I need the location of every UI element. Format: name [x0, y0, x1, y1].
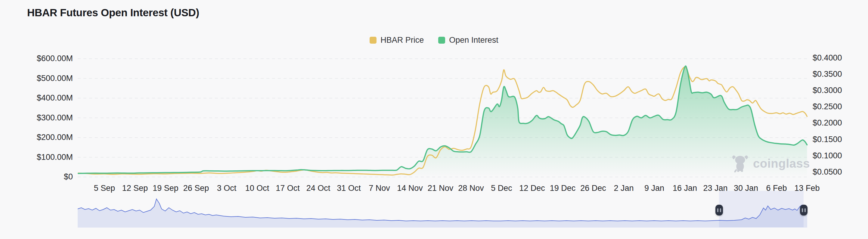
x-axis-tick: 24 Oct	[306, 184, 331, 193]
x-axis-tick: 5 Sep	[94, 184, 115, 193]
x-axis-tick: 2 Jan	[614, 184, 633, 193]
left-axis-tick: $500.00M	[37, 74, 73, 83]
right-axis-tick: $0.4000	[813, 53, 842, 63]
navigator-chart[interactable]	[78, 197, 807, 228]
right-axis-tick: $0.0500	[813, 167, 842, 177]
x-axis-tick: 26 Dec	[580, 184, 606, 193]
x-axis-tick: 17 Oct	[276, 184, 300, 193]
chart-legend: HBAR PriceOpen Interest	[0, 35, 868, 45]
right-axis-tick: $0.3500	[813, 69, 842, 79]
legend-item-open-interest[interactable]: Open Interest	[438, 35, 498, 45]
x-axis-tick: 7 Nov	[369, 184, 390, 193]
x-axis-tick: 16 Jan	[673, 184, 697, 193]
x-axis-tick: 3 Oct	[217, 184, 237, 193]
right-axis-price: $0.4000$0.3500$0.3000$0.2500$0.2000$0.15…	[813, 0, 868, 187]
x-axis-tick: 14 Nov	[397, 184, 423, 193]
navigator-right-handle[interactable]	[800, 205, 807, 215]
right-axis-tick: $0.1500	[813, 135, 842, 144]
legend-label: Open Interest	[449, 35, 498, 45]
x-axis-tick: 12 Dec	[519, 184, 545, 193]
coinglass-watermark: coinglass	[731, 154, 810, 173]
right-axis-tick: $0.1000	[813, 151, 842, 160]
navigator-left-handle[interactable]	[715, 205, 723, 215]
coinglass-bull-icon	[731, 154, 749, 173]
right-axis-tick: $0.3000	[813, 86, 842, 95]
coinglass-logo-text: coinglass	[753, 157, 810, 170]
x-axis-tick: 21 Nov	[428, 184, 454, 193]
left-axis-tick: $600.00M	[37, 54, 73, 63]
right-axis-tick: $0.2000	[813, 118, 842, 128]
legend-swatch-icon	[438, 37, 445, 43]
legend-swatch-icon	[370, 37, 376, 43]
x-axis-tick: 31 Oct	[337, 184, 361, 193]
legend-label: HBAR Price	[380, 35, 424, 45]
x-axis-tick: 5 Dec	[491, 184, 512, 193]
range-navigator[interactable]	[78, 192, 807, 228]
main-chart-canvas[interactable]	[78, 54, 807, 181]
left-axis-open-interest: $600.00M$500.00M$400.00M$300.00M$200.00M…	[0, 0, 73, 187]
legend-item-hbar-price[interactable]: HBAR Price	[370, 35, 424, 45]
x-axis-tick: 19 Dec	[550, 184, 576, 193]
x-axis-tick: 12 Sep	[122, 184, 148, 193]
x-axis-tick: 9 Jan	[644, 184, 664, 193]
right-axis-tick: $0.2500	[813, 102, 842, 111]
x-axis-tick: 10 Oct	[245, 184, 269, 193]
coinglass-chart-widget: HBAR Futures Open Interest (USD) HBAR Pr…	[0, 0, 868, 239]
left-axis-tick: $300.00M	[37, 113, 73, 122]
left-axis-tick: $200.00M	[37, 133, 73, 142]
x-axis-tick: 26 Sep	[183, 184, 209, 193]
x-axis-tick: 19 Sep	[153, 184, 179, 193]
left-axis-tick: $100.00M	[37, 153, 73, 162]
left-axis-tick: $400.00M	[37, 93, 73, 102]
x-axis-tick: 28 Nov	[458, 184, 484, 193]
left-axis-tick: $0	[64, 172, 73, 181]
